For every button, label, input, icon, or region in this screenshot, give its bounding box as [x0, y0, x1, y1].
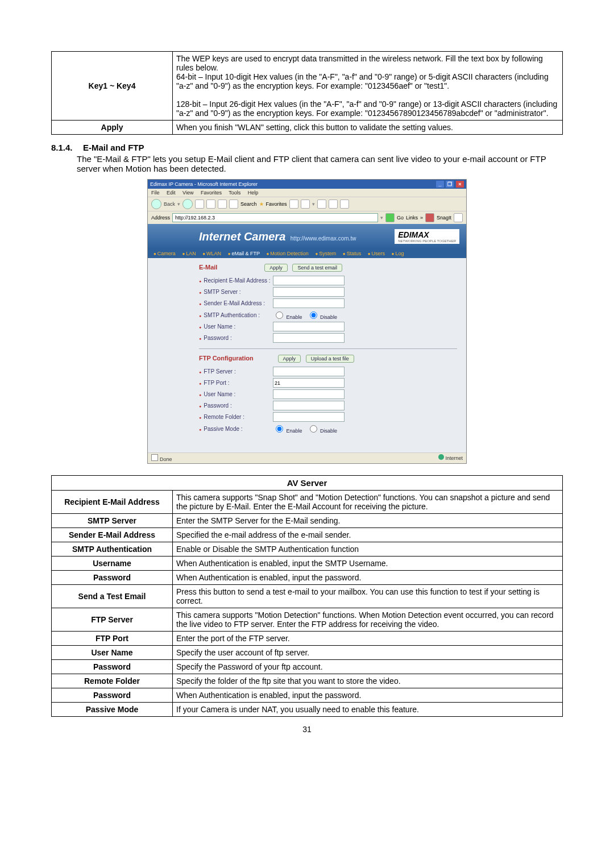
row-label: SMTP Server: [52, 514, 173, 528]
table-row: PasswordSpecify the Password of your ftp…: [52, 660, 563, 674]
tab-wlan[interactable]: WLAN: [202, 251, 221, 256]
search-label[interactable]: Search: [240, 201, 257, 207]
search-icon[interactable]: [229, 200, 238, 209]
links-label[interactable]: Links: [406, 215, 418, 221]
tab-email-ftp[interactable]: eMail & FTP: [228, 251, 260, 256]
recipient-label: Recipient E-Mail Address :: [199, 277, 273, 284]
row-label: User Name: [52, 646, 173, 660]
window-buttons: _ ❐ ×: [435, 181, 464, 188]
maximize-icon[interactable]: ❐: [446, 181, 454, 188]
status-bar: Done Internet: [148, 452, 466, 463]
table-row: PasswordWhen Authentication is enabled, …: [52, 571, 563, 585]
row-text: If your Camera is under NAT, you usually…: [173, 703, 563, 717]
section-number: 8.1.4.: [51, 143, 73, 152]
user-label: User Name :: [199, 323, 273, 330]
tab-motion[interactable]: Motion Detection: [267, 251, 309, 256]
tab-status[interactable]: Status: [343, 251, 361, 256]
section-heading: 8.1.4. E-Mail and FTP: [51, 143, 563, 153]
table-row: Remote FolderSpecify the folder of the f…: [52, 674, 563, 688]
row-text: Enter the port of the FTP server.: [173, 632, 563, 646]
upload-test-file-button[interactable]: Upload a test file: [306, 355, 354, 363]
row-label: Password: [52, 571, 173, 585]
row-label: SMTP Authentication: [52, 542, 173, 556]
email-heading: E-Mail: [199, 264, 217, 271]
row-label: Username: [52, 556, 173, 571]
print-icon[interactable]: [317, 200, 326, 209]
menu-bar: File Edit View Favorites Tools Help: [148, 189, 466, 197]
ftp-heading: FTP Configuration: [199, 355, 254, 362]
ftp-apply-button[interactable]: Apply: [278, 355, 301, 363]
tab-log[interactable]: Log: [392, 251, 404, 256]
menu-file[interactable]: File: [151, 190, 160, 196]
passive-disable-radio[interactable]: [310, 425, 317, 433]
row-label: Sender E-Mail Address: [52, 528, 173, 542]
table-row: FTP PortEnter the port of the FTP server…: [52, 632, 563, 646]
table-row: Key1 ~ Key4 The WEP keys are used to enc…: [52, 52, 563, 121]
browser-toolbar: Back ▾ Search ★ Favorites ▾: [148, 197, 466, 211]
refresh-icon[interactable]: [206, 200, 215, 209]
tab-system[interactable]: System: [315, 251, 336, 256]
snagit-capture-icon[interactable]: [454, 213, 463, 222]
history-icon[interactable]: [289, 200, 298, 209]
address-input[interactable]: [172, 213, 378, 222]
table-row: Apply When you finish "WLAN" setting, cl…: [52, 121, 563, 135]
row-text: Specify the user account of ftp server.: [173, 646, 563, 660]
tab-users[interactable]: Users: [368, 251, 385, 256]
snagit-icon[interactable]: [425, 213, 434, 222]
ftp-server-input[interactable]: [273, 367, 345, 376]
row-text: Specify the Password of your ftp account…: [173, 660, 563, 674]
tab-camera[interactable]: Camera: [154, 251, 176, 256]
ftp-pass-input[interactable]: [273, 401, 345, 410]
snagit-label[interactable]: SnagIt: [437, 215, 451, 221]
favorites-label[interactable]: Favorites: [266, 201, 287, 207]
table-row: User NameSpecify the user account of ftp…: [52, 646, 563, 660]
tab-lan[interactable]: LAN: [182, 251, 196, 256]
email-apply-button[interactable]: Apply: [264, 264, 288, 272]
ftp-port-input[interactable]: [273, 378, 345, 388]
row-text: When you finish "WLAN" setting, click th…: [173, 121, 563, 135]
minimize-icon[interactable]: _: [436, 181, 444, 188]
brand-logo: EDIMAX NETWORKING PEOPLE TOGETHER: [395, 229, 459, 244]
pass-label: Password :: [199, 335, 273, 341]
passive-enable-radio[interactable]: [276, 425, 283, 433]
row-text: This camera supports "Motion Detection" …: [173, 608, 563, 632]
pass-input[interactable]: [273, 333, 345, 343]
forward-icon[interactable]: [182, 199, 193, 209]
go-label[interactable]: Go: [397, 215, 404, 221]
ftp-user-input[interactable]: [273, 389, 345, 399]
edit-icon[interactable]: [329, 200, 338, 209]
auth-disable-radio[interactable]: [310, 312, 317, 319]
user-input[interactable]: [273, 322, 345, 331]
smtp-input[interactable]: [273, 287, 345, 297]
window-titlebar: Edimax IP Camera - Microsoft Internet Ex…: [148, 180, 466, 189]
sender-input[interactable]: [273, 298, 345, 308]
status-done: Done: [160, 456, 172, 462]
back-icon[interactable]: [151, 199, 161, 209]
address-label: Address: [151, 215, 170, 221]
mail-icon[interactable]: [301, 200, 310, 209]
menu-edit[interactable]: Edit: [167, 190, 176, 196]
stop-icon[interactable]: [195, 200, 204, 209]
menu-view[interactable]: View: [182, 190, 193, 196]
menu-help[interactable]: Help: [248, 190, 259, 196]
auth-enable-radio[interactable]: [276, 312, 283, 319]
menu-tools[interactable]: Tools: [229, 190, 240, 196]
table-row: SMTP AuthenticationEnable or Disable the…: [52, 542, 563, 556]
internet-zone-icon: [438, 454, 444, 460]
smtp-label: SMTP Server :: [199, 289, 273, 295]
home-icon[interactable]: [218, 200, 227, 209]
ftp-folder-input[interactable]: [273, 412, 345, 422]
window-title: Edimax IP Camera - Microsoft Internet Ex…: [150, 181, 258, 187]
close-icon[interactable]: ×: [456, 181, 464, 188]
menu-favorites[interactable]: Favorites: [201, 190, 222, 196]
page-number: 31: [51, 725, 563, 734]
wep-keys-table: Key1 ~ Key4 The WEP keys are used to enc…: [51, 51, 563, 135]
recipient-input[interactable]: [273, 276, 345, 285]
discuss-icon[interactable]: [340, 200, 349, 209]
ftp-user-label: User Name :: [199, 391, 273, 397]
go-icon[interactable]: [385, 213, 395, 222]
row-text: This camera supports "Snap Shot" and "Mo…: [173, 491, 563, 514]
section-title: E-Mail and FTP: [83, 143, 144, 152]
address-bar: Address ▾ Go Links » SnagIt: [148, 211, 466, 224]
send-test-email-button[interactable]: Send a test email: [292, 264, 342, 272]
